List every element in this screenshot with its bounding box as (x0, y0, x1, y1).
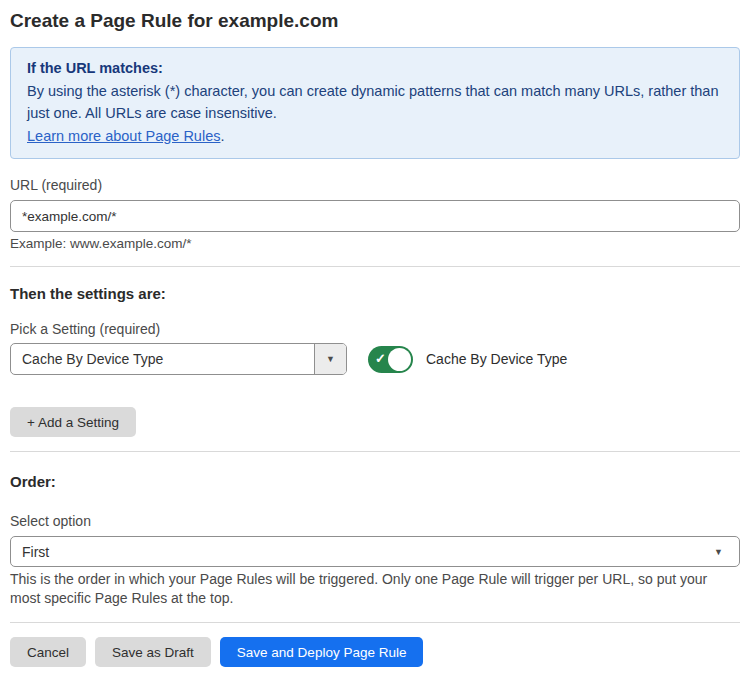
url-field-label: URL (required) (10, 176, 740, 194)
save-and-deploy-button[interactable]: Save and Deploy Page Rule (220, 637, 424, 667)
order-helper-text: This is the order in which your Page Rul… (10, 570, 740, 608)
setting-row: Cache By Device Type ▼ ✓ Cache By Device… (10, 343, 740, 375)
cache-by-device-type-toggle[interactable]: ✓ (368, 346, 413, 373)
setting-select-value: Cache By Device Type (11, 344, 314, 374)
save-as-draft-button[interactable]: Save as Draft (95, 637, 211, 667)
settings-section-heading: Then the settings are: (10, 284, 740, 304)
setting-select[interactable]: Cache By Device Type ▼ (10, 343, 347, 375)
page-title: Create a Page Rule for example.com (10, 8, 740, 34)
pick-setting-label: Pick a Setting (required) (10, 320, 740, 338)
add-setting-button[interactable]: + Add a Setting (10, 407, 136, 437)
info-box-link-line: Learn more about Page Rules. (27, 125, 723, 148)
chevron-down-icon: ▼ (714, 547, 723, 557)
divider (10, 622, 740, 623)
footer-actions: Cancel Save as Draft Save and Deploy Pag… (10, 637, 740, 667)
divider (10, 451, 740, 452)
cancel-button[interactable]: Cancel (10, 637, 86, 667)
order-select-label: Select option (10, 512, 740, 530)
toggle-label: Cache By Device Type (426, 351, 567, 367)
order-select[interactable]: First ▼ (10, 536, 740, 567)
check-icon: ✓ (375, 352, 386, 365)
url-example-helper: Example: www.example.com/* (10, 236, 740, 252)
link-period: . (220, 128, 224, 144)
url-matches-info-box: If the URL matches: By using the asteris… (10, 47, 740, 159)
order-select-value: First (22, 544, 714, 560)
toggle-knob (388, 348, 411, 371)
setting-select-arrow-button[interactable]: ▼ (314, 344, 346, 374)
info-box-body: By using the asterisk (*) character, you… (27, 80, 723, 125)
divider (10, 266, 740, 267)
info-box-heading: If the URL matches: (27, 57, 723, 80)
url-input[interactable] (10, 200, 740, 232)
order-section-heading: Order: (10, 472, 740, 492)
learn-more-link[interactable]: Learn more about Page Rules (27, 128, 220, 144)
chevron-down-icon: ▼ (326, 354, 335, 364)
